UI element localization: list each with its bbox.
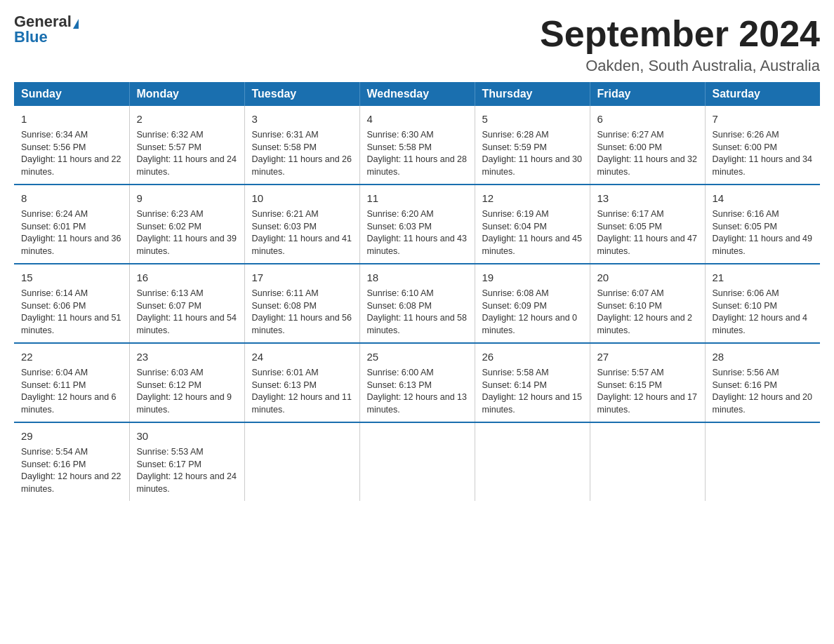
day-number: 12 bbox=[482, 191, 583, 206]
calendar-cell: 28 Sunrise: 5:56 AM Sunset: 6:16 PM Dayl… bbox=[705, 343, 820, 422]
column-header-wednesday: Wednesday bbox=[359, 82, 475, 106]
calendar-cell: 29 Sunrise: 5:54 AM Sunset: 6:16 PM Dayl… bbox=[14, 422, 129, 501]
day-number: 18 bbox=[367, 270, 468, 285]
day-number: 2 bbox=[137, 112, 237, 126]
calendar-cell: 1 Sunrise: 6:34 AM Sunset: 5:56 PM Dayli… bbox=[14, 106, 129, 185]
calendar-cell: 27 Sunrise: 5:57 AM Sunset: 6:15 PM Dayl… bbox=[590, 343, 705, 422]
column-header-tuesday: Tuesday bbox=[244, 82, 359, 106]
cell-content: Sunrise: 6:31 AM Sunset: 5:58 PM Dayligh… bbox=[252, 129, 352, 178]
logo-blue-text: Blue bbox=[14, 28, 48, 46]
calendar-cell: 12 Sunrise: 6:19 AM Sunset: 6:04 PM Dayl… bbox=[475, 185, 590, 264]
cell-content: Sunrise: 5:54 AM Sunset: 6:16 PM Dayligh… bbox=[21, 446, 122, 495]
day-number: 6 bbox=[597, 112, 698, 126]
day-number: 17 bbox=[252, 270, 352, 285]
column-header-saturday: Saturday bbox=[705, 82, 820, 106]
day-number: 27 bbox=[597, 349, 698, 364]
day-number: 11 bbox=[367, 191, 468, 206]
cell-content: Sunrise: 6:07 AM Sunset: 6:10 PM Dayligh… bbox=[597, 288, 698, 337]
cell-content: Sunrise: 6:06 AM Sunset: 6:10 PM Dayligh… bbox=[713, 288, 814, 337]
calendar-cell: 3 Sunrise: 6:31 AM Sunset: 5:58 PM Dayli… bbox=[244, 106, 359, 185]
calendar-cell: 8 Sunrise: 6:24 AM Sunset: 6:01 PM Dayli… bbox=[14, 185, 129, 264]
calendar-cell: 2 Sunrise: 6:32 AM Sunset: 5:57 PM Dayli… bbox=[129, 106, 244, 185]
calendar-table: SundayMondayTuesdayWednesdayThursdayFrid… bbox=[14, 82, 820, 501]
cell-content: Sunrise: 6:20 AM Sunset: 6:03 PM Dayligh… bbox=[367, 208, 468, 257]
day-number: 28 bbox=[713, 349, 814, 364]
day-number: 7 bbox=[713, 112, 814, 126]
calendar-cell: 24 Sunrise: 6:01 AM Sunset: 6:13 PM Dayl… bbox=[244, 343, 359, 422]
day-number: 14 bbox=[713, 191, 814, 206]
cell-content: Sunrise: 6:03 AM Sunset: 6:12 PM Dayligh… bbox=[137, 367, 237, 416]
day-number: 16 bbox=[137, 270, 237, 285]
cell-content: Sunrise: 6:14 AM Sunset: 6:06 PM Dayligh… bbox=[21, 288, 122, 337]
cell-content: Sunrise: 6:28 AM Sunset: 5:59 PM Dayligh… bbox=[482, 129, 583, 178]
day-number: 30 bbox=[137, 429, 237, 443]
day-number: 22 bbox=[21, 349, 122, 364]
cell-content: Sunrise: 6:24 AM Sunset: 6:01 PM Dayligh… bbox=[21, 208, 122, 257]
cell-content: Sunrise: 6:10 AM Sunset: 6:08 PM Dayligh… bbox=[367, 288, 468, 337]
calendar-cell: 26 Sunrise: 5:58 AM Sunset: 6:14 PM Dayl… bbox=[475, 343, 590, 422]
calendar-cell: 5 Sunrise: 6:28 AM Sunset: 5:59 PM Dayli… bbox=[475, 106, 590, 185]
cell-content: Sunrise: 6:21 AM Sunset: 6:03 PM Dayligh… bbox=[252, 208, 352, 257]
calendar-cell: 14 Sunrise: 6:16 AM Sunset: 6:05 PM Dayl… bbox=[705, 185, 820, 264]
cell-content: Sunrise: 5:56 AM Sunset: 6:16 PM Dayligh… bbox=[713, 367, 814, 416]
cell-content: Sunrise: 6:26 AM Sunset: 6:00 PM Dayligh… bbox=[713, 129, 814, 178]
day-number: 13 bbox=[597, 191, 698, 206]
day-number: 4 bbox=[367, 112, 468, 126]
day-number: 23 bbox=[137, 349, 237, 364]
cell-content: Sunrise: 6:30 AM Sunset: 5:58 PM Dayligh… bbox=[367, 129, 468, 178]
calendar-header-row: SundayMondayTuesdayWednesdayThursdayFrid… bbox=[14, 82, 820, 106]
cell-content: Sunrise: 6:13 AM Sunset: 6:07 PM Dayligh… bbox=[137, 288, 237, 337]
logo-triangle-icon bbox=[73, 19, 79, 29]
column-header-thursday: Thursday bbox=[475, 82, 590, 106]
cell-content: Sunrise: 6:34 AM Sunset: 5:56 PM Dayligh… bbox=[21, 129, 122, 178]
month-title: September 2024 bbox=[540, 14, 820, 54]
cell-content: Sunrise: 5:58 AM Sunset: 6:14 PM Dayligh… bbox=[482, 367, 583, 416]
cell-content: Sunrise: 6:04 AM Sunset: 6:11 PM Dayligh… bbox=[21, 367, 122, 416]
cell-content: Sunrise: 6:23 AM Sunset: 6:02 PM Dayligh… bbox=[137, 208, 237, 257]
calendar-cell: 18 Sunrise: 6:10 AM Sunset: 6:08 PM Dayl… bbox=[359, 264, 475, 343]
calendar-cell: 17 Sunrise: 6:11 AM Sunset: 6:08 PM Dayl… bbox=[244, 264, 359, 343]
cell-content: Sunrise: 5:57 AM Sunset: 6:15 PM Dayligh… bbox=[597, 367, 698, 416]
column-header-sunday: Sunday bbox=[14, 82, 129, 106]
calendar-cell: 23 Sunrise: 6:03 AM Sunset: 6:12 PM Dayl… bbox=[129, 343, 244, 422]
day-number: 10 bbox=[252, 191, 352, 206]
calendar-week-row: 22 Sunrise: 6:04 AM Sunset: 6:11 PM Dayl… bbox=[14, 343, 820, 422]
cell-content: Sunrise: 6:16 AM Sunset: 6:05 PM Dayligh… bbox=[713, 208, 814, 257]
day-number: 3 bbox=[252, 112, 352, 126]
location-label: Oakden, South Australia, Australia bbox=[540, 57, 820, 75]
cell-content: Sunrise: 6:11 AM Sunset: 6:08 PM Dayligh… bbox=[252, 288, 352, 337]
calendar-cell: 15 Sunrise: 6:14 AM Sunset: 6:06 PM Dayl… bbox=[14, 264, 129, 343]
calendar-cell: 11 Sunrise: 6:20 AM Sunset: 6:03 PM Dayl… bbox=[359, 185, 475, 264]
day-number: 15 bbox=[21, 270, 122, 285]
cell-content: Sunrise: 6:00 AM Sunset: 6:13 PM Dayligh… bbox=[367, 367, 468, 416]
calendar-week-row: 8 Sunrise: 6:24 AM Sunset: 6:01 PM Dayli… bbox=[14, 185, 820, 264]
day-number: 1 bbox=[21, 112, 122, 126]
column-header-friday: Friday bbox=[590, 82, 705, 106]
title-block: September 2024 Oakden, South Australia, … bbox=[540, 14, 820, 75]
cell-content: Sunrise: 6:27 AM Sunset: 6:00 PM Dayligh… bbox=[597, 129, 698, 178]
day-number: 8 bbox=[21, 191, 122, 206]
calendar-cell: 7 Sunrise: 6:26 AM Sunset: 6:00 PM Dayli… bbox=[705, 106, 820, 185]
cell-content: Sunrise: 6:01 AM Sunset: 6:13 PM Dayligh… bbox=[252, 367, 352, 416]
calendar-cell: 19 Sunrise: 6:08 AM Sunset: 6:09 PM Dayl… bbox=[475, 264, 590, 343]
calendar-cell: 21 Sunrise: 6:06 AM Sunset: 6:10 PM Dayl… bbox=[705, 264, 820, 343]
calendar-week-row: 15 Sunrise: 6:14 AM Sunset: 6:06 PM Dayl… bbox=[14, 264, 820, 343]
day-number: 5 bbox=[482, 112, 583, 126]
column-header-monday: Monday bbox=[129, 82, 244, 106]
cell-content: Sunrise: 6:08 AM Sunset: 6:09 PM Dayligh… bbox=[482, 288, 583, 337]
day-number: 26 bbox=[482, 349, 583, 364]
calendar-cell: 25 Sunrise: 6:00 AM Sunset: 6:13 PM Dayl… bbox=[359, 343, 475, 422]
page-header: General Blue September 2024 Oakden, Sout… bbox=[14, 14, 820, 75]
calendar-cell bbox=[475, 422, 590, 501]
calendar-cell: 22 Sunrise: 6:04 AM Sunset: 6:11 PM Dayl… bbox=[14, 343, 129, 422]
calendar-cell: 4 Sunrise: 6:30 AM Sunset: 5:58 PM Dayli… bbox=[359, 106, 475, 185]
calendar-cell: 30 Sunrise: 5:53 AM Sunset: 6:17 PM Dayl… bbox=[129, 422, 244, 501]
calendar-cell: 9 Sunrise: 6:23 AM Sunset: 6:02 PM Dayli… bbox=[129, 185, 244, 264]
cell-content: Sunrise: 5:53 AM Sunset: 6:17 PM Dayligh… bbox=[137, 446, 237, 495]
logo: General Blue bbox=[14, 14, 79, 45]
day-number: 24 bbox=[252, 349, 352, 364]
calendar-cell bbox=[244, 422, 359, 501]
calendar-cell: 20 Sunrise: 6:07 AM Sunset: 6:10 PM Dayl… bbox=[590, 264, 705, 343]
day-number: 25 bbox=[367, 349, 468, 364]
cell-content: Sunrise: 6:19 AM Sunset: 6:04 PM Dayligh… bbox=[482, 208, 583, 257]
